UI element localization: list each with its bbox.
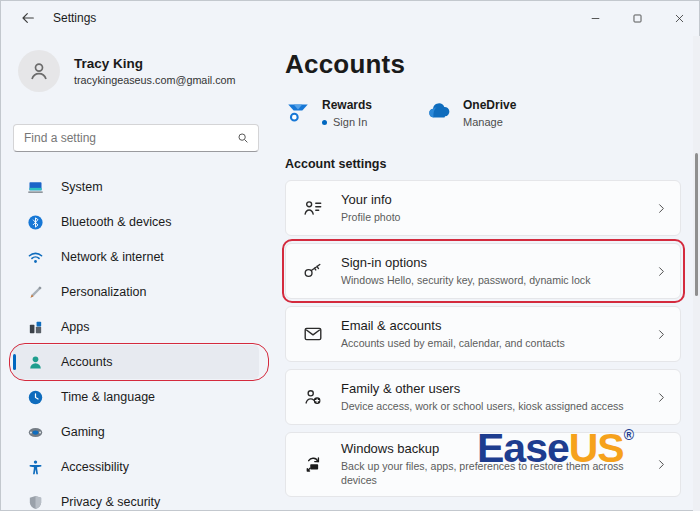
onedrive-icon — [426, 99, 452, 125]
chevron-right-icon — [655, 328, 668, 341]
sidebar-item-privacy-security[interactable]: Privacy & security — [13, 485, 259, 511]
key-icon — [302, 260, 324, 282]
red-highlight-annotation — [9, 343, 269, 381]
accessibility-icon — [27, 459, 44, 476]
bullet-dot — [322, 120, 327, 125]
sidebar-item-network-internet[interactable]: Network & internet — [13, 240, 259, 274]
sidebar-item-label: Accounts — [61, 355, 112, 369]
easeus-watermark: EaseUS® — [477, 426, 634, 471]
search-input[interactable] — [13, 124, 259, 152]
sidebar-item-system[interactable]: System — [13, 170, 259, 204]
close-button[interactable] — [658, 0, 700, 36]
sidebar-item-label: Network & internet — [61, 250, 164, 264]
bluetooth-icon — [27, 214, 44, 231]
card-subtitle: Windows Hello, security key, password, d… — [341, 273, 638, 287]
sidebar-item-personalization[interactable]: Personalization — [13, 275, 259, 309]
sidebar-item-label: Apps — [61, 320, 90, 334]
personalization-icon — [27, 284, 44, 301]
settings-card-your-info[interactable]: Your info Profile photo — [285, 180, 681, 236]
card-title: Sign-in options — [341, 255, 638, 270]
time-icon — [27, 389, 44, 406]
user-profile: Tracy King tracykingeaseus.com@gmail.com — [18, 50, 259, 92]
sidebar: Tracy King tracykingeaseus.com@gmail.com… — [0, 36, 272, 511]
watermark-text-orange: US — [569, 425, 624, 471]
promo-onedrive: OneDrive Manage — [426, 95, 516, 128]
sidebar-item-gaming[interactable]: Gaming — [13, 415, 259, 449]
card-title: Your info — [341, 192, 638, 207]
family-icon — [302, 386, 324, 408]
card-title: Email & accounts — [341, 318, 638, 333]
rewards-action-link[interactable]: Sign In — [333, 116, 367, 128]
sidebar-item-label: Privacy & security — [61, 495, 160, 509]
card-subtitle: Device access, work or school users, kio… — [341, 399, 638, 413]
sidebar-item-apps[interactable]: Apps — [13, 310, 259, 344]
system-icon — [27, 179, 44, 196]
settings-card-family-other-users[interactable]: Family & other users Device access, work… — [285, 369, 681, 425]
email-icon — [302, 323, 324, 345]
watermark-text-blue: Ease — [477, 425, 569, 471]
chevron-right-icon — [655, 458, 668, 471]
scrollbar-thumb[interactable] — [695, 153, 698, 296]
sidebar-item-time-language[interactable]: Time & language — [13, 380, 259, 414]
user-email: tracykingeaseus.com@gmail.com — [74, 74, 236, 86]
sidebar-item-label: System — [61, 180, 103, 194]
maximize-button[interactable] — [616, 0, 658, 36]
person-icon — [27, 59, 51, 83]
settings-card-email-accounts[interactable]: Email & accounts Accounts used by email,… — [285, 306, 681, 362]
promo-label: OneDrive — [463, 98, 516, 112]
sidebar-item-label: Time & language — [61, 390, 155, 404]
sidebar-nav: System Bluetooth & devices Network & int… — [13, 170, 259, 511]
card-title: Family & other users — [341, 381, 638, 396]
backup-icon — [302, 453, 324, 475]
maximize-icon — [631, 12, 644, 25]
your-info-icon — [302, 197, 324, 219]
search-box — [13, 124, 259, 152]
gaming-icon — [27, 424, 44, 441]
sidebar-item-bluetooth-devices[interactable]: Bluetooth & devices — [13, 205, 259, 239]
window-controls — [574, 0, 700, 36]
chevron-right-icon — [655, 265, 668, 278]
apps-icon — [27, 319, 44, 336]
chevron-right-icon — [655, 202, 668, 215]
settings-card-sign-in-options[interactable]: Sign-in options Windows Hello, security … — [285, 243, 681, 299]
user-name: Tracy King — [74, 56, 236, 73]
rewards-icon — [285, 99, 311, 125]
sidebar-item-accessibility[interactable]: Accessibility — [13, 450, 259, 484]
window-title: Settings — [53, 11, 96, 25]
avatar — [18, 50, 60, 92]
minimize-button[interactable] — [574, 0, 616, 36]
sidebar-item-accounts[interactable]: Accounts — [13, 345, 259, 379]
sidebar-item-label: Personalization — [61, 285, 146, 299]
titlebar: Settings — [0, 0, 700, 36]
privacy-icon — [27, 494, 44, 511]
network-icon — [27, 249, 44, 266]
promo-row: Rewards Sign In OneDrive Manage — [285, 95, 700, 128]
minimize-icon — [589, 12, 602, 25]
search-icon — [236, 131, 250, 145]
card-subtitle: Accounts used by email, calendar, and co… — [341, 336, 638, 350]
registered-mark: ® — [624, 427, 634, 443]
promo-label: Rewards — [322, 98, 372, 112]
chevron-right-icon — [655, 391, 668, 404]
sidebar-item-label: Accessibility — [61, 460, 129, 474]
back-arrow-icon[interactable] — [20, 10, 36, 26]
section-header: Account settings — [285, 157, 700, 171]
accounts-icon — [27, 354, 44, 371]
sidebar-item-label: Gaming — [61, 425, 105, 439]
sidebar-item-label: Bluetooth & devices — [61, 215, 172, 229]
onedrive-action-link[interactable]: Manage — [463, 116, 503, 128]
page-title: Accounts — [285, 49, 700, 80]
close-icon — [673, 12, 686, 25]
promo-rewards: Rewards Sign In — [285, 95, 372, 128]
card-subtitle: Profile photo — [341, 210, 638, 224]
